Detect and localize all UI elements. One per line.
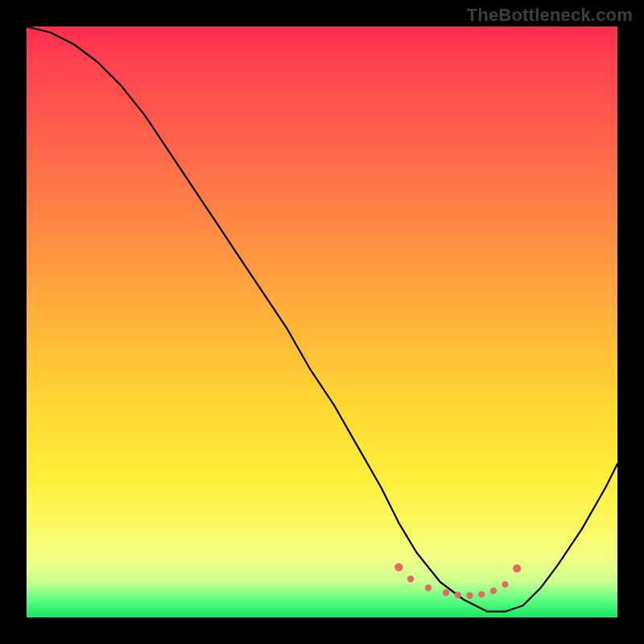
highlight-dot — [466, 592, 473, 599]
highlight-dot — [443, 589, 449, 596]
highlight-dot — [502, 581, 508, 588]
watermark-text: TheBottleneck.com — [467, 5, 633, 26]
highlight-dot — [407, 576, 414, 582]
highlight-dot — [513, 564, 521, 572]
highlight-dot — [490, 588, 497, 594]
highlight-dot — [455, 592, 461, 598]
bottleneck-curve — [27, 27, 617, 612]
highlight-dot — [394, 563, 402, 571]
plot-area — [27, 27, 617, 617]
highlight-dots — [394, 563, 521, 599]
highlight-dot — [478, 591, 485, 597]
chart-frame: TheBottleneck.com — [0, 0, 644, 644]
curve-svg — [27, 27, 617, 617]
highlight-dot — [425, 584, 431, 591]
